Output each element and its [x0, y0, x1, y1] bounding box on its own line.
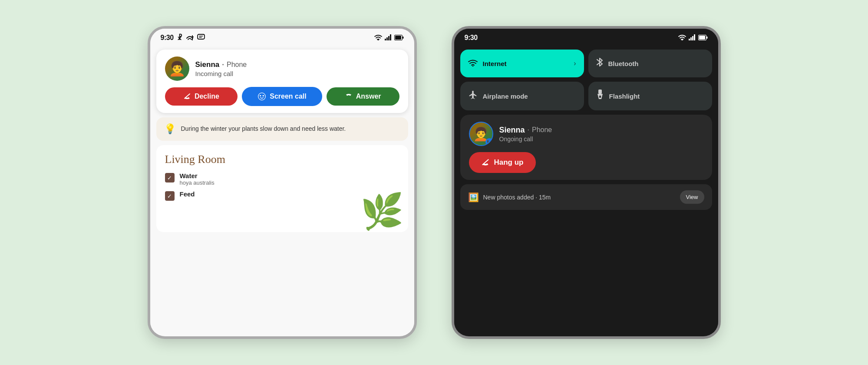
caller-name-row: Sienna · Phone [195, 60, 399, 69]
wifi-calling-icon [186, 34, 194, 42]
svg-rect-7 [386, 37, 388, 40]
call-status-dark: Ongoing call [499, 136, 703, 143]
svg-rect-21 [694, 34, 695, 40]
status-left: 9:30 ☧ [161, 34, 205, 42]
message-icon [197, 34, 205, 42]
plant-species-water: hoya australis [180, 179, 399, 186]
svg-rect-6 [385, 39, 386, 40]
svg-rect-20 [692, 36, 693, 40]
svg-rect-24 [706, 36, 708, 39]
status-right-light [374, 34, 404, 42]
answer-label: Answer [356, 93, 381, 100]
svg-rect-8 [388, 36, 389, 40]
internet-label: Internet [483, 60, 569, 67]
svg-rect-23 [699, 36, 705, 40]
call-header: 🧑‍🦱 Sienna · Phone Incoming call [165, 56, 399, 81]
svg-rect-9 [390, 34, 391, 40]
bluetooth-label: Bluetooth [608, 60, 704, 67]
lightbulb-icon: 💡 [164, 123, 176, 135]
quick-settings: Internet › Bluetooth Airplane mode [454, 45, 718, 115]
time-light: 9:30 [161, 34, 174, 42]
nfc-icon: ☧ [177, 34, 182, 42]
wifi-qs-icon [468, 58, 478, 69]
time-dark: 9:30 [465, 34, 478, 42]
caller-name-light: Sienna [195, 60, 220, 69]
qs-tile-airplane[interactable]: Airplane mode [460, 82, 584, 110]
svg-rect-11 [395, 36, 401, 40]
call-info-text: Sienna · Phone Incoming call [195, 60, 399, 77]
airplane-icon [468, 90, 478, 102]
svg-rect-19 [690, 37, 692, 40]
phones-container: 9:30 ☧ [139, 17, 729, 348]
dot-separator: · [222, 60, 224, 69]
svg-rect-18 [689, 39, 690, 40]
svg-rect-2 [198, 34, 205, 39]
hangup-label: Hang up [494, 158, 524, 167]
photos-icon: 🖼️ [468, 192, 479, 202]
plant-decoration: 🌿 [360, 191, 404, 232]
status-bar-dark: 9:30 [454, 29, 718, 45]
phone-light: 9:30 ☧ [148, 26, 417, 339]
checkbox-water: ✓ [165, 173, 175, 182]
checkbox-feed: ✓ [165, 191, 175, 201]
call-header-dark: 🧑‍🦱 📞 Sienna · Phone Ongoing call [469, 122, 703, 146]
status-left-dark: 9:30 [465, 34, 478, 42]
bottom-notification-container: 🖼️ New photos added · 15m View [454, 184, 718, 210]
avatar-light: 🧑‍🦱 [165, 56, 189, 81]
phone-content-dark: Internet › Bluetooth Airplane mode [454, 45, 718, 333]
answer-button[interactable]: Answer [327, 87, 399, 106]
avatar-dark: 🧑‍🦱 📞 [469, 122, 493, 146]
plant-tip: 💡 During the winter your plants slow dow… [156, 117, 408, 141]
call-source-dark: Phone [532, 126, 552, 134]
internet-chevron-icon: › [574, 60, 576, 67]
bluetooth-icon [596, 57, 603, 70]
svg-point-25 [472, 66, 473, 67]
status-bar-light: 9:30 ☧ [150, 29, 414, 45]
wifi-icon [374, 34, 382, 42]
svg-rect-26 [598, 90, 602, 94]
call-notification-light: 🧑‍🦱 Sienna · Phone Incoming call [156, 50, 408, 113]
decline-button[interactable]: Decline [165, 87, 238, 106]
wifi-icon-dark [678, 34, 686, 42]
decline-label: Decline [195, 93, 219, 100]
phone-dark: 9:30 [452, 26, 721, 339]
living-room-card: Living Room ✓ Water hoya australis ✓ Fee… [156, 145, 408, 232]
screen-call-button[interactable]: Screen call [242, 87, 322, 106]
call-badge-icon: 📞 [485, 138, 493, 146]
living-room-title: Living Room [165, 153, 399, 166]
plant-action-water: Water [180, 172, 399, 179]
bottom-notif-text: New photos added · 15m [483, 194, 676, 201]
qs-tile-flashlight[interactable]: Flashlight [588, 82, 712, 110]
list-item-water: ✓ Water hoya australis [165, 172, 399, 186]
svg-point-16 [263, 95, 264, 96]
call-buttons: Decline Screen call Answer [165, 87, 399, 106]
notif-action-button[interactable]: View [680, 190, 704, 204]
battery-icon-dark [698, 34, 708, 42]
svg-point-15 [260, 95, 261, 96]
svg-rect-28 [599, 96, 601, 98]
call-status-light: Incoming call [195, 70, 399, 77]
caller-name-dark: Sienna [499, 126, 525, 135]
call-info-dark: Sienna · Phone Ongoing call [499, 126, 703, 143]
bottom-notification: 🖼️ New photos added · 15m View [460, 184, 712, 210]
status-right-dark [678, 34, 708, 42]
qs-tile-bluetooth[interactable]: Bluetooth [588, 50, 712, 77]
tip-text: During the winter your plants slow down … [181, 125, 346, 133]
dot-separator-dark: · [528, 126, 529, 134]
svg-point-14 [258, 93, 266, 100]
call-notification-dark: 🧑‍🦱 📞 Sienna · Phone Ongoing call [460, 115, 712, 180]
hangup-button[interactable]: Hang up [469, 152, 536, 173]
qs-tile-internet[interactable]: Internet › [460, 50, 584, 77]
signal-icon-dark [689, 34, 696, 42]
screen-call-label: Screen call [270, 93, 307, 100]
flashlight-icon [596, 90, 604, 103]
signal-icon [385, 34, 392, 42]
call-source-light: Phone [227, 61, 247, 69]
airplane-label: Airplane mode [483, 93, 576, 100]
battery-icon [394, 34, 404, 42]
flashlight-label: Flashlight [609, 93, 704, 100]
phone-content-light: 🧑‍🦱 Sienna · Phone Incoming call [150, 45, 414, 333]
svg-rect-12 [403, 36, 404, 39]
